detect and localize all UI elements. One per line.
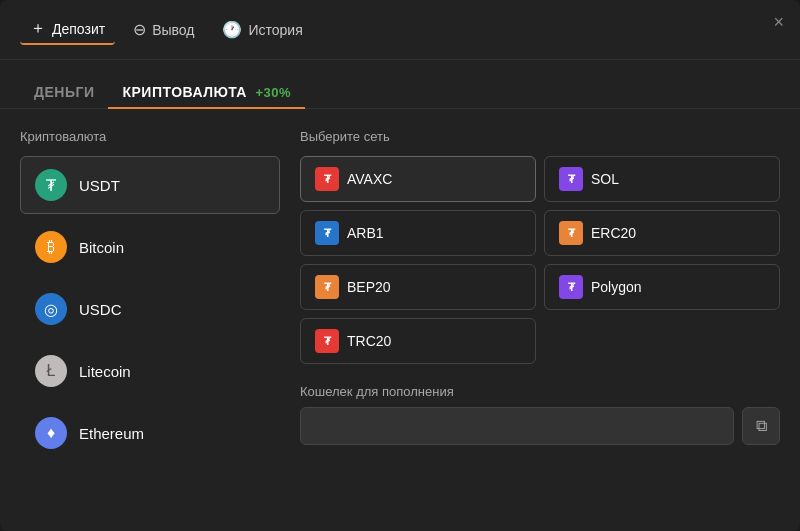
network-item-arb1[interactable]: ₮ ARB1 [300, 210, 536, 256]
bep20-icon: ₮ [315, 275, 339, 299]
ltc-icon: Ł [35, 355, 67, 387]
clock-icon: 🕐 [222, 20, 242, 39]
network-item-erc20[interactable]: ₮ ERC20 [544, 210, 780, 256]
trc20-label: TRC20 [347, 333, 391, 349]
usdt-label: USDT [79, 177, 120, 194]
right-panel: Выберите сеть ₮ AVAXC ₮ SOL ₮ ARB1 ₮ ERC… [300, 129, 780, 511]
eth-label: Ethereum [79, 425, 144, 442]
erc20-icon: ₮ [559, 221, 583, 245]
arb1-icon: ₮ [315, 221, 339, 245]
btc-label: Bitcoin [79, 239, 124, 256]
crypto-item-usdc[interactable]: ◎ USDC [20, 280, 280, 338]
erc20-label: ERC20 [591, 225, 636, 241]
network-item-bep20[interactable]: ₮ BEP20 [300, 264, 536, 310]
wallet-input-row: ⧉ [300, 407, 780, 445]
crypto-panel-title: Криптовалюта [20, 129, 280, 144]
ltc-label: Litecoin [79, 363, 131, 380]
network-item-avaxc[interactable]: ₮ AVAXC [300, 156, 536, 202]
network-panel-title: Выберите сеть [300, 129, 780, 144]
usdt-icon: ₮ [35, 169, 67, 201]
sol-icon: ₮ [559, 167, 583, 191]
bep20-label: BEP20 [347, 279, 391, 295]
tab-badge: +30% [255, 85, 291, 100]
content-area: Криптовалюта ₮ USDT ₿ Bitcoin ◎ USDC Ł L… [0, 109, 800, 531]
crypto-list: ₮ USDT ₿ Bitcoin ◎ USDC Ł Litecoin ♦ E [20, 156, 280, 462]
trc20-icon: ₮ [315, 329, 339, 353]
copy-icon: ⧉ [756, 417, 767, 435]
crypto-item-eth[interactable]: ♦ Ethereum [20, 404, 280, 462]
close-button[interactable]: × [773, 12, 784, 33]
eth-icon: ♦ [35, 417, 67, 449]
arb1-label: ARB1 [347, 225, 384, 241]
deposit-button[interactable]: ＋ Депозит [20, 14, 115, 45]
crypto-item-usdt[interactable]: ₮ USDT [20, 156, 280, 214]
modal-container: ＋ Депозит ⊖ Вывод 🕐 История × ДЕНЬГИ КРИ… [0, 0, 800, 531]
crypto-item-btc[interactable]: ₿ Bitcoin [20, 218, 280, 276]
network-item-sol[interactable]: ₮ SOL [544, 156, 780, 202]
copy-button[interactable]: ⧉ [742, 407, 780, 445]
usdc-label: USDC [79, 301, 122, 318]
withdraw-button[interactable]: ⊖ Вывод [123, 16, 204, 43]
left-panel: Криптовалюта ₮ USDT ₿ Bitcoin ◎ USDC Ł L… [20, 129, 280, 511]
plus-icon: ＋ [30, 18, 46, 39]
btc-icon: ₿ [35, 231, 67, 263]
polygon-label: Polygon [591, 279, 642, 295]
modal-header: ＋ Депозит ⊖ Вывод 🕐 История × [0, 0, 800, 60]
wallet-label: Кошелек для пополнения [300, 384, 780, 399]
tab-money[interactable]: ДЕНЬГИ [20, 76, 108, 108]
crypto-item-ltc[interactable]: Ł Litecoin [20, 342, 280, 400]
minus-icon: ⊖ [133, 20, 146, 39]
sol-label: SOL [591, 171, 619, 187]
polygon-icon: ₮ [559, 275, 583, 299]
network-item-polygon[interactable]: ₮ Polygon [544, 264, 780, 310]
network-grid: ₮ AVAXC ₮ SOL ₮ ARB1 ₮ ERC20 ₮ BEP20 [300, 156, 780, 364]
network-item-trc20[interactable]: ₮ TRC20 [300, 318, 536, 364]
history-button[interactable]: 🕐 История [212, 16, 312, 43]
avaxc-icon: ₮ [315, 167, 339, 191]
usdc-icon: ◎ [35, 293, 67, 325]
tabs-bar: ДЕНЬГИ КРИПТОВАЛЮТА +30% [0, 60, 800, 109]
avaxc-label: AVAXC [347, 171, 392, 187]
wallet-input[interactable] [300, 407, 734, 445]
tab-crypto[interactable]: КРИПТОВАЛЮТА +30% [108, 76, 305, 108]
